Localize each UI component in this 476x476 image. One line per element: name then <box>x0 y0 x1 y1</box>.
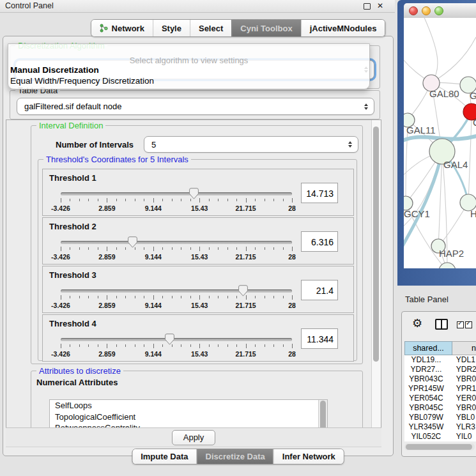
threshold-slider[interactable]: -3.4262.8599.14415.4321.71528 <box>61 241 292 260</box>
slider-handle[interactable] <box>128 236 137 248</box>
tab-style[interactable]: Style <box>153 20 190 36</box>
cell-shared-name: YER054C <box>404 394 448 403</box>
slider-tick <box>172 247 173 250</box>
slider-tick <box>79 199 80 201</box>
dropdown-item-manual-discretization[interactable]: Manual Discretization <box>10 65 99 75</box>
zoom-traffic-light-icon[interactable] <box>434 6 443 15</box>
slider-tick <box>246 198 247 203</box>
slider-handle[interactable] <box>189 188 199 199</box>
number-of-intervals-combobox[interactable]: 5 <box>144 136 358 153</box>
slider-tick <box>181 344 181 347</box>
gear-icon[interactable]: ⚙ <box>412 317 422 330</box>
slider-tick <box>98 296 98 298</box>
threshold-slider[interactable]: -3.4262.8599.14415.4321.71528 <box>61 289 292 309</box>
slider-handle[interactable] <box>238 285 248 296</box>
table-panel: ⚙ ✓ ✓ shared... na YDL19...YDL1YDR27...Y… <box>401 311 476 457</box>
attributes-scrollbar[interactable] <box>318 400 327 429</box>
slider-tick <box>61 198 61 203</box>
slider-tick <box>61 295 61 300</box>
attributes-group-title: Attributes to discretize <box>36 366 123 376</box>
dropdown-item-equal-width-frequency[interactable]: Equal Width/Frequency Discretization <box>10 76 154 86</box>
network-edge[interactable] <box>423 18 438 83</box>
slider-tick <box>255 199 256 201</box>
screen: Control Panel ✕ NetworkStyleSelectCyni T… <box>0 0 476 476</box>
interval-definition-group-title: Interval Definition <box>36 121 105 130</box>
close-icon[interactable]: ✕ <box>377 1 383 10</box>
slider-handle[interactable] <box>165 334 174 345</box>
table-row[interactable]: YBR045CYBR0 <box>404 403 476 413</box>
tab-impute-data[interactable]: Impute Data <box>132 449 196 464</box>
table-row[interactable]: YDL19...YDL1 <box>404 355 476 365</box>
checkbox-checked-icon[interactable]: ✓ <box>457 321 464 328</box>
float-window-icon[interactable] <box>364 3 371 10</box>
numerical-attributes-list[interactable]: SelfLoopsTopologicalCoefficientBetweenne… <box>49 399 328 429</box>
tab-label: Discretize Data <box>206 452 265 461</box>
threshold-value-field[interactable]: 6.316 <box>301 231 338 252</box>
slider-track[interactable] <box>61 289 292 293</box>
thresholds-stack: Threshold 1-3.4262.8599.14415.4321.71528… <box>38 169 354 363</box>
checkbox-checked-icon[interactable]: ✓ <box>465 321 472 328</box>
slider-tick <box>292 344 293 348</box>
table-data-combobox[interactable]: galFiltered.sif default node <box>17 98 374 115</box>
column-header-name[interactable]: na <box>452 341 476 355</box>
combo-stepper-icon <box>364 104 368 110</box>
settings-vertical-scrollbar[interactable] <box>371 120 381 428</box>
slider-tick-label: -3.426 <box>51 350 70 358</box>
network-edge[interactable] <box>468 120 472 203</box>
threshold-slider[interactable]: -3.4262.8599.14415.4321.71528 <box>61 192 292 211</box>
slider-tick <box>70 199 70 201</box>
split-column-icon[interactable] <box>435 319 448 330</box>
tab-jactivemnodules[interactable]: jActiveMNodules <box>301 20 385 36</box>
slider-tick <box>116 296 117 298</box>
tab-select[interactable]: Select <box>190 20 231 36</box>
slider-tick <box>265 344 265 347</box>
table-row[interactable]: YER054CYER0 <box>404 394 476 403</box>
slider-tick <box>88 247 89 250</box>
slider-track[interactable] <box>61 338 292 341</box>
table-row[interactable]: YIL052CYIL0 <box>404 432 476 441</box>
slider-tick-label: 21.715 <box>236 350 256 358</box>
tab-infer-network[interactable]: Infer Network <box>273 449 344 464</box>
table-row[interactable]: YBR043CYBR0 <box>404 374 476 384</box>
threshold-panel-2: Threshold 2-3.4262.8599.14415.4321.71528… <box>42 217 354 265</box>
bottom-tab-bar: Impute DataDiscretize DataInfer Network <box>132 449 344 464</box>
table-row[interactable]: YLR345WYLR3 <box>404 422 476 432</box>
slider-tick <box>209 247 210 250</box>
slider-tick <box>144 344 144 347</box>
table-horizontal-scrollbar[interactable] <box>404 443 475 450</box>
table-row[interactable]: YDR27...YDR2 <box>404 365 476 374</box>
cell-name: YPR1 <box>448 384 476 394</box>
apply-button[interactable]: Apply <box>172 430 215 445</box>
slider-tick <box>135 199 135 201</box>
slider-tick <box>283 199 284 201</box>
tab-discretize-data[interactable]: Discretize Data <box>197 449 273 464</box>
tab-network[interactable]: Network <box>91 20 153 36</box>
slider-tick <box>246 344 247 348</box>
slider-tick-label: 2.859 <box>98 204 115 212</box>
attribute-list-item[interactable]: SelfLoops <box>50 400 327 411</box>
tab-cyni-toolbox[interactable]: Cyni Toolbox <box>231 20 300 36</box>
threshold-value-field[interactable]: 21.4 <box>301 280 338 300</box>
network-canvas[interactable]: GAL80GACGAL11GAL4GCY1HHAP2 <box>404 18 476 268</box>
slider-tick <box>172 199 173 201</box>
minimize-traffic-light-icon[interactable] <box>422 6 431 15</box>
slider-tick <box>227 296 228 298</box>
slider-tick <box>292 247 293 251</box>
attribute-list-item[interactable]: TopologicalCoefficient <box>50 411 327 423</box>
slider-track[interactable] <box>61 241 292 244</box>
cell-name: YBR0 <box>448 374 476 384</box>
slider-tick <box>181 247 181 250</box>
table-row[interactable]: YPR145WYPR1 <box>404 384 476 394</box>
table-panel-title: Table Panel <box>405 295 449 304</box>
threshold-slider[interactable]: -3.4262.8599.14415.4321.71528 <box>61 338 292 357</box>
slider-track[interactable] <box>61 192 292 196</box>
close-traffic-light-icon[interactable] <box>409 6 418 15</box>
network-edge[interactable] <box>431 37 476 83</box>
slider-tick-label: 21.715 <box>236 204 256 212</box>
table-row[interactable]: YBL079WYBL0 <box>404 413 476 422</box>
slider-tick <box>190 344 191 347</box>
threshold-value-field[interactable]: 14.713 <box>301 183 338 203</box>
column-header-shared-name[interactable]: shared... <box>404 341 452 355</box>
network-node-label: GA <box>470 90 476 101</box>
threshold-value-field[interactable]: 11.344 <box>301 328 338 349</box>
